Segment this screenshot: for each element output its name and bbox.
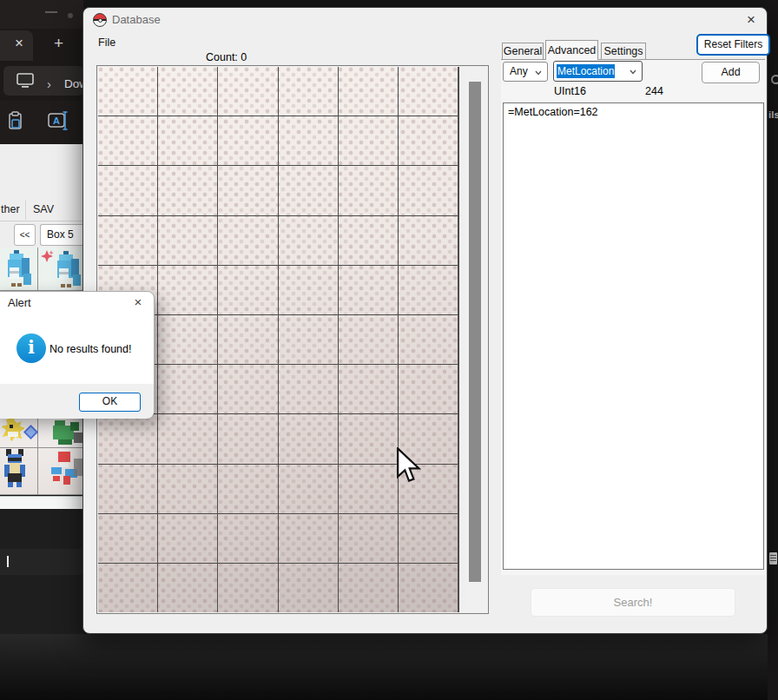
paste-icon[interactable] xyxy=(7,110,24,131)
tab-advanced[interactable]: Advanced xyxy=(545,40,598,60)
box-selector[interactable]: Box 5 xyxy=(40,224,83,246)
box-slot[interactable] xyxy=(1,418,36,446)
editor-current-line xyxy=(0,549,83,575)
held-item-gem-icon xyxy=(23,425,38,439)
breadcrumb-chevron-icon: › xyxy=(47,76,51,91)
box-prev-button[interactable]: << xyxy=(14,224,36,246)
close-icon[interactable]: × xyxy=(130,294,146,310)
menu-file[interactable]: File xyxy=(98,36,115,49)
pokemon-sprite-blue-bird xyxy=(2,249,33,289)
box-slot[interactable] xyxy=(2,249,36,290)
ok-button[interactable]: OK xyxy=(79,393,141,412)
tab-general[interactable]: General xyxy=(502,43,544,60)
pkhex-window-bottom-strip xyxy=(0,496,83,509)
text-caret: | xyxy=(7,556,9,567)
box-slot[interactable] xyxy=(41,450,82,493)
pokeball-icon xyxy=(93,13,107,27)
pkhex-box-controls: << Box 5 xyxy=(0,221,83,248)
list-icon[interactable] xyxy=(769,552,777,565)
background-right-edge: ils xyxy=(768,0,778,700)
logic-select-value: Any xyxy=(510,65,528,77)
search-icon[interactable] xyxy=(771,75,778,84)
database-titlebar[interactable]: Database × xyxy=(83,8,767,32)
add-button[interactable]: Add xyxy=(702,62,760,83)
info-icon: i xyxy=(16,333,46,363)
breadcrumb[interactable]: › Dow xyxy=(3,66,83,96)
count-label: Count: 0 xyxy=(206,51,247,63)
pokemon-sprite-green xyxy=(49,418,84,446)
alert-message: No results found! xyxy=(49,343,132,355)
explorer-tabstrip: × + xyxy=(0,29,83,61)
box-grid-row xyxy=(0,248,83,291)
grid-scrollbar[interactable] xyxy=(465,67,487,612)
alert-dialog: Alert × i No results found! OK xyxy=(0,291,155,418)
box-grid-rows xyxy=(0,415,83,495)
property-type-label: UInt16 xyxy=(554,85,586,97)
alert-footer: OK xyxy=(0,384,154,419)
close-icon[interactable]: × xyxy=(742,11,760,29)
tab-sav[interactable]: SAV xyxy=(33,203,54,215)
box-slot[interactable] xyxy=(41,417,82,446)
explorer-addressbar: › Dow xyxy=(0,61,83,101)
box-slot[interactable] xyxy=(1,449,36,492)
reset-filters-button[interactable]: Reset Filters xyxy=(696,34,770,56)
chevron-down-icon xyxy=(630,69,636,76)
pkhex-tabstrip: ther SAV xyxy=(0,198,83,221)
window-control-dot xyxy=(68,13,73,18)
partial-text-ils: ils xyxy=(768,109,778,120)
pokemon-sprite-lucario xyxy=(1,449,30,489)
new-tab-icon[interactable]: + xyxy=(54,35,63,51)
explorer-tab[interactable]: × xyxy=(0,30,33,61)
pokemon-sprite-blue-bird-shiny xyxy=(51,250,82,290)
rename-icon[interactable]: A xyxy=(48,111,70,130)
chevron-down-icon xyxy=(535,69,542,76)
explorer-toolbar: A xyxy=(0,101,83,144)
box-slot[interactable] xyxy=(40,249,83,290)
window-title: Database xyxy=(112,13,161,26)
property-select[interactable]: MetLocation xyxy=(553,61,643,82)
grid-scrollbar-thumb[interactable] xyxy=(469,82,481,582)
svg-text:A: A xyxy=(53,116,60,126)
property-value-label: 244 xyxy=(645,85,663,97)
property-select-value: MetLocation xyxy=(557,64,615,78)
alert-title: Alert xyxy=(8,296,31,309)
monitor-icon xyxy=(16,72,35,89)
results-grid-panel xyxy=(96,65,489,614)
database-window: Database × File Count: 0 General Advance… xyxy=(82,7,768,634)
search-button[interactable]: Search! xyxy=(531,588,735,617)
logic-select[interactable]: Any xyxy=(503,62,548,82)
tab-other-partial[interactable]: ther xyxy=(1,203,20,215)
screen: × + › Dow A ther SAV xyxy=(0,0,778,700)
desktop-background xyxy=(0,634,778,700)
window-control-mark xyxy=(45,11,57,13)
pkhex-window-top xyxy=(0,144,83,198)
tab-settings[interactable]: Settings xyxy=(601,43,646,60)
tab-close-icon[interactable]: × xyxy=(15,36,23,50)
explorer-titlebar xyxy=(0,0,83,29)
pokemon-sprite-porygon-z xyxy=(48,452,84,490)
query-textbox[interactable]: =MetLocation=162 xyxy=(503,102,764,570)
tab-separator xyxy=(25,201,26,220)
